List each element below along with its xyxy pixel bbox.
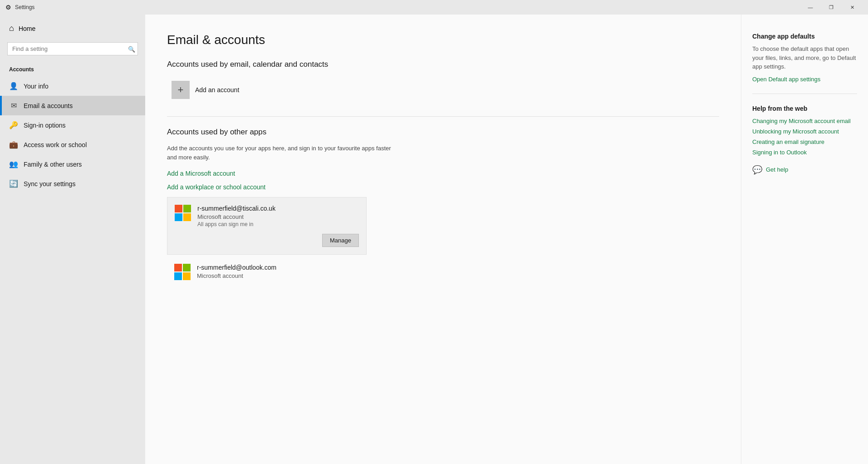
account-email-0: r-summerfield@tiscali.co.uk <box>197 205 359 212</box>
briefcase-icon: 💼 <box>9 140 18 149</box>
nav-label-family: Family & other users <box>24 161 82 168</box>
plus-icon: + <box>172 81 190 99</box>
help-link-btn-1[interactable]: Unblocking my Microsoft account <box>752 128 839 135</box>
nav-label-your-info: Your info <box>24 83 49 90</box>
panel-divider <box>752 94 857 94</box>
ms-logo-green <box>183 205 191 212</box>
search-box: 🔍 <box>7 42 138 55</box>
chat-icon: 💬 <box>752 165 762 175</box>
email-section-heading: Accounts used by email, calendar and con… <box>167 60 719 69</box>
sync-icon: 🔄 <box>9 179 18 188</box>
manage-button-0[interactable]: Manage <box>322 234 359 247</box>
sidebar-item-email-accounts[interactable]: ✉ Email & accounts <box>0 96 145 115</box>
settings-icon: ⚙ <box>5 4 11 11</box>
close-button[interactable]: ✕ <box>842 0 863 15</box>
help-link-btn-2[interactable]: Creating an email signature <box>752 138 824 145</box>
ms-logo-yellow-1 <box>183 272 191 280</box>
ms-logo-0 <box>175 205 191 221</box>
change-defaults-desc: To choose the default apps that open you… <box>752 44 857 71</box>
ms-logo-1 <box>174 264 191 280</box>
ms-logo-yellow <box>183 213 191 221</box>
title-bar-controls: — ❐ ✕ <box>800 0 863 15</box>
page-title: Email & accounts <box>167 33 719 47</box>
account-card-0: r-summerfield@tiscali.co.uk Microsoft ac… <box>167 197 367 255</box>
sidebar: ⌂ Home 🔍 Accounts 👤 Your info ✉ Email & … <box>0 15 145 464</box>
other-apps-heading: Accounts used by other apps <box>167 128 719 137</box>
sidebar-item-sync[interactable]: 🔄 Sync your settings <box>0 174 145 193</box>
nav-label-sync: Sync your settings <box>24 180 75 188</box>
title-bar-title: Settings <box>15 4 34 10</box>
help-link-1: Unblocking my Microsoft account <box>752 128 857 135</box>
account-card-inner-1: r-summerfield@outlook.com Microsoft acco… <box>174 264 359 280</box>
people-icon: 👥 <box>9 160 18 168</box>
account-email-1: r-summerfield@outlook.com <box>197 264 359 271</box>
account-type-0: Microsoft account <box>197 213 359 220</box>
add-account-label: Add an account <box>195 86 239 94</box>
ms-logo-blue-1 <box>174 272 182 280</box>
help-link-3: Signing in to Outlook <box>752 149 857 156</box>
help-link-btn-0[interactable]: Changing my Microsoft account email <box>752 118 851 124</box>
help-link-btn-3[interactable]: Signing in to Outlook <box>752 149 807 156</box>
ms-logo-green-1 <box>183 264 191 271</box>
sidebar-item-family[interactable]: 👥 Family & other users <box>0 154 145 174</box>
email-icon: ✉ <box>9 101 18 110</box>
home-label: Home <box>19 25 35 32</box>
search-icon-button[interactable]: 🔍 <box>128 45 135 52</box>
other-apps-desc: Add the accounts you use for your apps h… <box>167 144 394 162</box>
home-icon: ⌂ <box>9 24 14 33</box>
nav-label-sign-in: Sign-in options <box>24 122 66 129</box>
ms-logo-blue <box>175 213 182 221</box>
get-help-row: 💬 Get help <box>752 165 857 175</box>
account-status-0: All apps can sign me in <box>197 221 359 227</box>
nav-label-access-work: Access work or school <box>24 141 87 148</box>
sidebar-item-sign-in[interactable]: 🔑 Sign-in options <box>0 115 145 135</box>
ms-logo-red-1 <box>174 264 182 271</box>
home-nav-item[interactable]: ⌂ Home <box>0 15 145 40</box>
ms-logo-red <box>175 205 182 212</box>
help-link-2: Creating an email signature <box>752 138 857 145</box>
account-info-1: r-summerfield@outlook.com Microsoft acco… <box>197 264 359 280</box>
nav-label-email-accounts: Email & accounts <box>24 102 73 109</box>
add-workplace-account-link[interactable]: Add a workplace or school account <box>167 183 265 191</box>
help-link-0: Changing my Microsoft account email <box>752 118 857 124</box>
open-defaults-link[interactable]: Open Default app settings <box>752 76 820 83</box>
sidebar-item-access-work[interactable]: 💼 Access work or school <box>0 135 145 154</box>
person-icon: 👤 <box>9 82 18 90</box>
account-type-1: Microsoft account <box>197 272 359 279</box>
change-defaults-title: Change app defaults <box>752 33 857 40</box>
app-container: ⌂ Home 🔍 Accounts 👤 Your info ✉ Email & … <box>0 15 868 464</box>
minimize-button[interactable]: — <box>800 0 821 15</box>
right-panel: Change app defaults To choose the defaul… <box>741 15 868 464</box>
add-microsoft-account-link[interactable]: Add a Microsoft account <box>167 170 235 177</box>
title-bar-left: ⚙ Settings <box>5 4 34 11</box>
main-content: Email & accounts Accounts used by email,… <box>145 15 741 464</box>
accounts-heading: Accounts <box>0 63 145 76</box>
add-account-button[interactable]: + Add an account <box>167 76 246 104</box>
restore-button[interactable]: ❐ <box>821 0 842 15</box>
key-icon: 🔑 <box>9 121 18 129</box>
account-info-0: r-summerfield@tiscali.co.uk Microsoft ac… <box>197 205 359 227</box>
get-help-link[interactable]: Get help <box>766 166 788 173</box>
account-card-inner-0: r-summerfield@tiscali.co.uk Microsoft ac… <box>175 205 359 227</box>
search-input[interactable] <box>7 42 138 55</box>
help-from-web-title: Help from the web <box>752 105 857 112</box>
title-bar: ⚙ Settings — ❐ ✕ <box>0 0 868 15</box>
account-card-1: r-summerfield@outlook.com Microsoft acco… <box>167 257 367 280</box>
section-divider <box>167 116 719 117</box>
sidebar-item-your-info[interactable]: 👤 Your info <box>0 76 145 96</box>
